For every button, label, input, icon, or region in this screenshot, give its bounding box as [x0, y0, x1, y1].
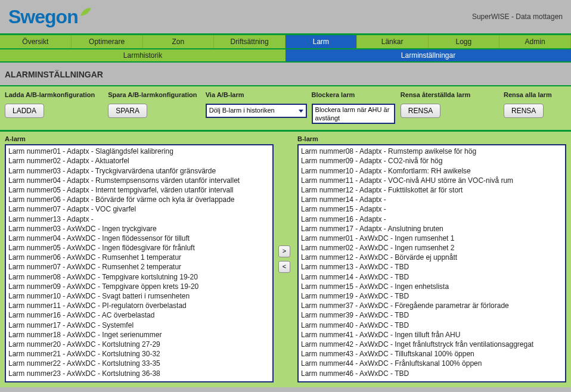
list-item[interactable]: Larm nummer04 - AxWxDC - Ingen flödessen… — [8, 234, 270, 243]
reset-all-button[interactable]: RENSA — [504, 104, 544, 118]
list-item[interactable]: Larm nummer15 - Adaptx - — [301, 204, 563, 214]
alarm-section: A-larm Larm nummer01 - Adaptx - Slagläng… — [0, 132, 571, 387]
list-item[interactable]: Larm nummer39 - AxWxDC - TBD — [301, 310, 563, 320]
list-item[interactable]: Larm nummer06 - AxWxDC - Rumsenhet 1 tem… — [8, 253, 270, 262]
via-label: Via A/B-larm — [206, 91, 308, 99]
b-alarm-label: B-larm — [297, 135, 566, 144]
list-item[interactable]: Larm nummer05 - AxWxDC - Ingen flödesgiv… — [8, 243, 270, 253]
list-item[interactable]: Larm nummer13 - AxWxDC - TBD — [301, 262, 563, 272]
list-item[interactable]: Larm nummer09 - AxWxDC - Tempgivare öppe… — [8, 282, 270, 291]
a-alarm-list[interactable]: Larm nummer01 - Adaptx - Slaglängdsfel k… — [5, 144, 274, 382]
b-alarm-list[interactable]: Larm nummer08 - Adaptx - Rumstemp awikel… — [297, 144, 566, 382]
load-label: Ladda A/B-larmkonfiguration — [5, 91, 104, 99]
save-button[interactable]: SPARA — [108, 104, 147, 118]
page-title: ALARMINSTÄLLNINGAR — [5, 70, 566, 79]
move-right-button[interactable]: > — [278, 245, 290, 257]
main-tabs: Översikt Optimerare Zon Driftsättning La… — [0, 33, 571, 49]
list-item[interactable]: Larm nummer17 - AxWxDC - Systemfel — [8, 321, 270, 330]
leaf-icon — [79, 7, 92, 19]
via-select[interactable]: Dölj B-larm i historiken — [206, 104, 307, 118]
reset-restored-label: Rensa återställda larm — [401, 91, 500, 99]
page-title-area: ALARMINSTÄLLNINGAR — [0, 63, 571, 86]
list-item[interactable]: Larm nummer02 - AxWxDC - Ingen rumsenhet… — [301, 243, 563, 253]
reset-restored-button[interactable]: RENSA — [401, 104, 440, 118]
tab-driftsattning[interactable]: Driftsättning — [214, 35, 286, 48]
list-item[interactable]: Larm nummer14 - Adaptx - — [301, 195, 563, 204]
list-item[interactable]: Larm nummer42 - AxWxDC - Inget frånlufts… — [301, 340, 563, 349]
list-item[interactable]: Larm nummer01 - AxWxDC - Ingen rumsenhet… — [301, 234, 563, 243]
list-item[interactable]: Larm nummer11 - Adaptx - VOC-nivå AHU st… — [301, 176, 563, 185]
list-item[interactable]: Larm nummer08 - AxWxDC - Tempgivare kort… — [8, 272, 270, 282]
tab-lankar[interactable]: Länkar — [357, 35, 429, 48]
list-item[interactable]: Larm nummer09 - Adaptx - CO2-nivå för hö… — [301, 156, 563, 166]
subtab-larminstallningar[interactable]: Larminställningar — [286, 49, 571, 61]
tab-logg[interactable]: Logg — [429, 35, 500, 48]
status-text: SuperWISE - Data mottagen — [472, 13, 563, 21]
load-button[interactable]: LADDA — [5, 104, 44, 118]
save-label: Spara A/B-larmkonfiguration — [108, 91, 202, 99]
list-item[interactable]: Larm nummer22 - AxWxDC - Kortslutning 33… — [8, 359, 270, 368]
b-alarm-column: B-larm Larm nummer08 - Adaptx - Rumstemp… — [297, 135, 566, 382]
list-item[interactable]: Larm nummer14 - AxWxDC - TBD — [301, 272, 563, 282]
tab-admin[interactable]: Admin — [499, 35, 571, 48]
list-item[interactable]: Larm nummer18 - AxWxDC - Inget serienumm… — [8, 330, 270, 340]
list-item[interactable]: Larm nummer12 - AxWxDC - Börvärde ej upp… — [301, 253, 563, 262]
header: Swegon SuperWISE - Data mottagen — [0, 0, 571, 33]
list-item[interactable]: Larm nummer04 - Adaptx - Rumstempsensorn… — [8, 176, 270, 185]
list-item[interactable]: Larm nummer01 - Adaptx - Slaglängdsfel k… — [8, 147, 270, 156]
list-item[interactable]: Larm nummer02 - Adaptx - Aktuatorfel — [8, 156, 270, 166]
block-label: Blockera larm — [312, 91, 397, 99]
list-item[interactable]: Larm nummer10 - Adaptx - Komfortlarm: RH… — [301, 166, 563, 176]
list-item[interactable]: Larm nummer17 - Adaptx - Anslutning brut… — [301, 224, 563, 234]
a-alarm-label: A-larm — [5, 135, 274, 144]
list-item[interactable]: Larm nummer08 - Adaptx - Rumstemp awikel… — [301, 147, 563, 156]
tab-oversikt[interactable]: Översikt — [0, 35, 72, 48]
list-item[interactable]: Larm nummer07 - AxWxDC - Rumsenhet 2 tem… — [8, 262, 270, 272]
tab-zon[interactable]: Zon — [143, 35, 215, 48]
config-toolbar: Ladda A/B-larmkonfiguration LADDA Spara … — [0, 86, 571, 132]
list-item[interactable]: Larm nummer44 - AxWxDC - Frånluftskanal … — [301, 359, 563, 368]
a-alarm-column: A-larm Larm nummer01 - Adaptx - Slagläng… — [5, 135, 274, 382]
block-option[interactable]: Blockera larm när AHU är avstängt — [312, 104, 395, 124]
list-item[interactable]: Larm nummer37 - AxWxDC - Föregående para… — [301, 301, 563, 310]
list-item[interactable]: Larm nummer20 - AxWxDC - Kortslutning 27… — [8, 340, 270, 349]
list-item[interactable]: Larm nummer40 - AxWxDC - TBD — [301, 321, 563, 330]
list-item[interactable]: Larm nummer12 - Adaptx - Fukttilskottet … — [301, 185, 563, 195]
list-item[interactable]: Larm nummer21 - AxWxDC - Kortslutning 30… — [8, 349, 270, 359]
list-item[interactable]: Larm nummer19 - AxWxDC - TBD — [301, 291, 563, 301]
sub-tabs: Larmhistorik Larminställningar — [0, 49, 571, 63]
move-left-button[interactable]: < — [278, 261, 290, 273]
reset-all-label: Rensa alla larm — [504, 91, 566, 99]
list-item[interactable]: Larm nummer16 - Adaptx - — [301, 214, 563, 224]
list-item[interactable]: Larm nummer10 - AxWxDC - Svagt batteri i… — [8, 291, 270, 301]
list-item[interactable]: Larm nummer23 - AxWxDC - Kortslutning 36… — [8, 369, 270, 378]
list-item[interactable]: Larm nummer05 - Adaptx - Internt tempgiv… — [8, 185, 270, 195]
tab-larm[interactable]: Larm — [286, 35, 357, 48]
list-item[interactable]: Larm nummer15 - AxWxDC - Ingen enhetslis… — [301, 282, 563, 291]
logo: Swegon — [8, 6, 92, 28]
list-item[interactable]: Larm nummer46 - AxWxDC - TBD — [301, 369, 563, 378]
list-item[interactable]: Larm nummer13 - Adaptx - — [8, 214, 270, 224]
list-item[interactable]: Larm nummer03 - AxWxDC - Ingen tryckgiva… — [8, 224, 270, 234]
tab-optimerare[interactable]: Optimerare — [72, 35, 143, 48]
list-item[interactable]: Larm nummer07 - Adaptx - VOC givarfel — [8, 204, 270, 214]
list-item[interactable]: Larm nummer16 - AxWxDC - AC överbelastad — [8, 310, 270, 320]
list-item[interactable]: Larm nummer06 - Adaptx - Börvärde för vä… — [8, 195, 270, 204]
subtab-larmhistorik[interactable]: Larmhistorik — [0, 49, 286, 61]
brand-name: Swegon — [8, 6, 78, 28]
list-item[interactable]: Larm nummer03 - Adaptx - Tryckgivarvärde… — [8, 166, 270, 176]
list-item[interactable]: Larm nummer43 - AxWxDC - Tilluftskanal 1… — [301, 349, 563, 359]
list-item[interactable]: Larm nummer11 - AxWxDC - PI-regulatorn ö… — [8, 301, 270, 310]
list-item[interactable]: Larm nummer41 - AxWxDC - Ingen tilluft f… — [301, 330, 563, 340]
transfer-buttons: > < — [278, 135, 293, 382]
